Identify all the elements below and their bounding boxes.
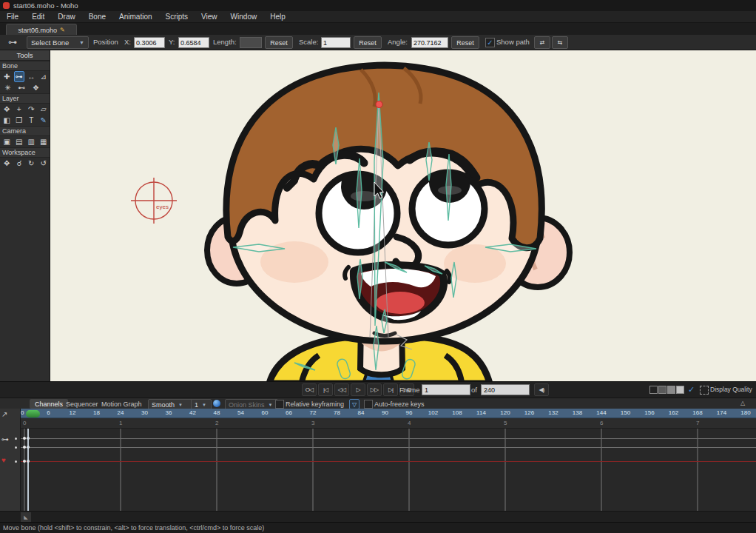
angle-input[interactable] — [411, 37, 448, 48]
channel-key-bullet — [15, 446, 17, 449]
shaded-display-mode-icon[interactable] — [667, 386, 675, 394]
duplicate-layer-tool-icon[interactable]: ❐ — [14, 115, 25, 126]
bone-action-row[interactable] — [21, 461, 756, 462]
document-tab[interactable]: start06.moho ✎ — [6, 24, 77, 36]
menu-window[interactable]: Window — [224, 13, 264, 21]
menu-file[interactable]: File — [0, 13, 25, 21]
tools-panel-title: Tools — [0, 50, 50, 61]
pop-out-timeline-icon[interactable]: ↗ — [1, 410, 7, 418]
timeline-header: Smooth▼ 1▼ Onion Skins▼ Relative keyfram… — [0, 398, 756, 409]
ruler-tick-126: 126 — [522, 409, 537, 416]
document-canvas[interactable]: eyes — [50, 50, 756, 381]
relative-keyframing-checkbox[interactable] — [275, 400, 284, 409]
menu-view[interactable]: View — [195, 13, 224, 21]
keyframe-dot[interactable] — [23, 446, 26, 449]
scale-bone-tool-icon[interactable]: ⊿ — [38, 71, 50, 82]
menu-bone[interactable]: Bone — [82, 13, 112, 21]
transform-bone-tool-icon[interactable]: ⊶ — [14, 71, 25, 82]
roll-camera-tool-icon[interactable]: ▥ — [26, 136, 37, 147]
pan-workspace-tool-icon[interactable]: ✥ — [1, 158, 13, 169]
keyframe-dot[interactable] — [23, 460, 26, 463]
ruler-tick-162: 162 — [666, 409, 681, 416]
keyframe-tracks[interactable] — [21, 429, 756, 511]
add-bone-tool-icon[interactable]: ✚ — [1, 71, 13, 82]
frame-ruler[interactable]: 0612182430364248546066727884909610210811… — [21, 409, 756, 418]
ruler-tick-42: 42 — [186, 409, 200, 416]
flat-display-mode-icon[interactable] — [658, 386, 666, 394]
play-from-start-button[interactable]: O◁ — [302, 383, 317, 396]
action-heart-channel-icon[interactable]: ♥ — [1, 456, 6, 464]
transform-layer-tool-icon[interactable]: ✥ — [1, 104, 13, 115]
reset-scale-button[interactable]: Reset — [354, 36, 382, 49]
eyes-controller-widget[interactable] — [131, 178, 177, 224]
rotate-workspace-tool-icon[interactable]: ↻ — [26, 158, 37, 169]
track-camera-tool-icon[interactable]: ▣ — [1, 136, 13, 147]
orbit-workspace-tool-icon[interactable]: ↺ — [38, 158, 50, 169]
menu-draw[interactable]: Draw — [51, 13, 81, 21]
collapse-timeline-icon[interactable]: △ — [740, 400, 745, 406]
menu-animation[interactable]: Animation — [112, 13, 158, 21]
second-label-7: 7 — [696, 420, 699, 426]
go-to-end-button[interactable]: ▷| — [383, 383, 398, 396]
scrollbar-corner-icon[interactable]: ◣ — [21, 512, 31, 522]
end-frame-input[interactable] — [481, 384, 530, 395]
keyframe-dot[interactable] — [23, 437, 26, 440]
reset-position-button[interactable]: Reset — [265, 36, 293, 49]
menu-edit[interactable]: Edit — [25, 13, 51, 21]
rotate-layer-tool-icon[interactable]: ↷ — [26, 104, 37, 115]
step-forward-button[interactable]: ▷▷ — [367, 383, 382, 396]
playhead[interactable] — [27, 429, 29, 511]
auto-freeze-label: Auto-freeze keys — [374, 400, 425, 408]
y-input[interactable] — [178, 37, 209, 48]
audio-mute-icon[interactable]: ◀) — [534, 383, 549, 396]
play-button[interactable]: ▷ — [351, 383, 365, 396]
current-tool-bone-icon[interactable]: ⊶ — [3, 36, 22, 49]
timeline: ↗⊶♥ 061218243036424854606672788490961021… — [0, 409, 756, 522]
scale-label: Scale: — [299, 38, 318, 46]
scale-input[interactable] — [321, 37, 351, 48]
reset-angle-button[interactable]: Reset — [451, 36, 479, 49]
add-layer-tool-icon[interactable]: + — [14, 104, 25, 115]
flip-bone-vertical-icon[interactable]: ⇆ — [552, 36, 568, 49]
length-input — [240, 37, 262, 48]
current-frame-input[interactable] — [422, 384, 470, 395]
timeline-hscrollbar[interactable]: ◣ — [0, 511, 756, 522]
bone-translation-channel-icon[interactable]: ⊶ — [1, 435, 9, 443]
quality-check-icon[interactable]: ✓ — [688, 385, 695, 395]
timeline-tab-motion-graph[interactable]: Motion Graph — [96, 399, 147, 409]
bone-selector-dropdown[interactable]: Select Bone ▼ — [27, 36, 89, 49]
zoom-workspace-tool-icon[interactable]: ☌ — [14, 158, 25, 169]
reparent-bone-tool-icon[interactable]: ✳ — [1, 82, 14, 93]
bone-translation-y-row[interactable] — [21, 447, 756, 448]
bind-points-tool-icon[interactable]: ❖ — [30, 82, 42, 93]
step-back-button[interactable]: ◁◁ — [334, 383, 349, 396]
pan-tilt-camera-tool-icon[interactable]: ▦ — [38, 136, 50, 147]
relative-keyframe-icon[interactable]: ▽ — [349, 399, 360, 409]
selected-bone-joint[interactable] — [376, 101, 382, 108]
wireframe-display-mode-icon[interactable] — [649, 386, 658, 394]
translate-bone-tool-icon[interactable]: ↔ — [26, 71, 37, 82]
x-input[interactable] — [134, 37, 165, 48]
bounding-box-toggle-icon[interactable] — [700, 386, 709, 395]
tab-bar: start06.moho ✎ — [0, 23, 756, 35]
zoom-camera-tool-icon[interactable]: ▤ — [14, 136, 25, 147]
go-to-start-button[interactable]: |◁ — [318, 383, 333, 396]
textured-display-mode-icon[interactable] — [676, 386, 684, 394]
onion-skins-label: Onion Skins — [229, 401, 265, 409]
menu-help[interactable]: Help — [263, 13, 292, 21]
ruler-tick-84: 84 — [354, 409, 368, 416]
auto-freeze-checkbox[interactable] — [364, 400, 373, 409]
show-path-checkbox[interactable]: ✓ — [485, 38, 495, 47]
transport-controls: O◁|◁◁◁▷▷▷▷|▷O — [302, 383, 414, 396]
flip-bone-horizontal-icon[interactable]: ⇄ — [534, 36, 550, 49]
shear-layer-tool-icon[interactable]: ▱ — [38, 104, 50, 115]
ruler-tick-96: 96 — [402, 409, 416, 416]
pen-tool-tool-icon[interactable]: ✎ — [38, 115, 50, 126]
text-tool-tool-icon[interactable]: T — [26, 115, 37, 126]
menu-scripts[interactable]: Scripts — [159, 13, 195, 21]
bone-translation-x-row[interactable] — [21, 438, 756, 439]
bind-layer-tool-icon[interactable]: ⊷ — [16, 82, 28, 93]
current-frame-marker — [26, 410, 40, 418]
flip-layer-tool-icon[interactable]: ◧ — [1, 115, 13, 126]
title-bar: start06.moho - Moho — [0, 0, 756, 11]
